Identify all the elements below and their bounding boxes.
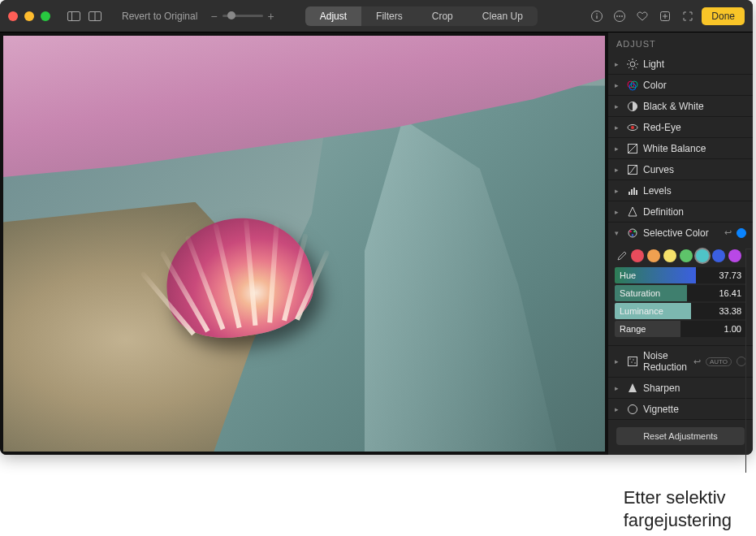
caption: Etter selektiv fargejustering: [624, 486, 732, 531]
color-swatch[interactable]: [647, 249, 660, 262]
chevron-right-icon: ▸: [615, 405, 621, 413]
curves-icon: [626, 163, 638, 175]
fullscreen-icon[interactable]: [679, 7, 697, 25]
selective-color-panel: Hue 37.73 Saturation 16.41 Luminance 33.…: [608, 243, 753, 346]
redeye-icon: [626, 121, 638, 133]
svg-point-38: [633, 230, 636, 232]
color-swatch[interactable]: [728, 249, 741, 262]
compare-icon[interactable]: [86, 7, 104, 25]
adj-redeye[interactable]: ▸ Red-Eye: [608, 117, 753, 138]
svg-point-41: [629, 358, 630, 359]
svg-line-30: [628, 144, 637, 153]
favorite-icon[interactable]: [633, 7, 651, 25]
color-swatch[interactable]: [663, 249, 676, 262]
adj-sharpen[interactable]: ▸ Sharpen: [608, 378, 753, 399]
more-icon[interactable]: [611, 7, 629, 25]
chevron-right-icon: ▸: [615, 357, 621, 365]
svg-point-8: [616, 15, 618, 17]
color-swatch[interactable]: [712, 249, 725, 262]
svg-point-44: [634, 362, 635, 363]
zoom-window-button[interactable]: [41, 11, 50, 21]
color-swatch[interactable]: [680, 249, 693, 262]
svg-line-21: [629, 67, 629, 67]
chevron-right-icon: ▸: [615, 187, 621, 195]
adj-color[interactable]: ▸ Color: [608, 75, 753, 96]
svg-point-42: [633, 359, 633, 360]
adj-bw[interactable]: ▸ Black & White: [608, 96, 753, 117]
minimize-window-button[interactable]: [24, 11, 34, 21]
info-icon[interactable]: [588, 7, 606, 25]
color-swatch[interactable]: [696, 249, 709, 262]
chevron-right-icon: ▸: [615, 60, 621, 68]
done-button[interactable]: Done: [702, 7, 745, 25]
svg-line-19: [629, 60, 629, 61]
adj-light[interactable]: ▸ Light: [608, 54, 753, 75]
selective-color-icon: [626, 227, 638, 239]
revert-button[interactable]: Revert to Original: [115, 7, 204, 25]
definition-icon: [626, 205, 638, 218]
sidebar-header: ADJUST: [608, 32, 753, 54]
adj-definition[interactable]: ▸ Definition: [608, 201, 753, 223]
callout-line: [745, 249, 746, 473]
svg-point-10: [621, 15, 623, 17]
undo-icon[interactable]: ↩: [724, 227, 732, 238]
chevron-right-icon: ▸: [615, 384, 621, 392]
add-icon[interactable]: [656, 7, 674, 25]
auto-badge[interactable]: AUTO: [706, 357, 732, 366]
chevron-right-icon: ▸: [615, 208, 621, 216]
adj-whitebalance[interactable]: ▸ White Balance: [608, 138, 753, 159]
photo-preview: [0, 32, 608, 455]
svg-line-20: [635, 67, 636, 67]
svg-point-45: [628, 404, 637, 413]
svg-point-9: [619, 15, 620, 17]
tab-cleanup[interactable]: Clean Up: [468, 6, 538, 26]
eyedropper-icon[interactable]: [615, 249, 628, 262]
edit-tabs: Adjust Filters Crop Clean Up: [305, 6, 538, 26]
color-icon: [626, 79, 638, 91]
svg-rect-40: [628, 357, 637, 366]
svg-point-14: [630, 62, 635, 67]
hue-slider[interactable]: Hue 37.73: [615, 267, 746, 283]
zoom-in-icon: +: [268, 10, 274, 23]
adj-vignette[interactable]: ▸ Vignette: [608, 399, 753, 420]
adj-selective-color[interactable]: ▾ Selective Color ↩: [608, 223, 753, 243]
photo-canvas[interactable]: [3, 36, 605, 452]
adj-noise-reduction[interactable]: ▸ Noise Reduction ↩ AUTO: [608, 346, 753, 378]
selcolor-enable-toggle[interactable]: [737, 228, 746, 238]
chevron-right-icon: ▸: [615, 123, 621, 132]
close-window-button[interactable]: [8, 11, 18, 21]
tab-crop[interactable]: Crop: [417, 6, 468, 26]
color-swatch[interactable]: [631, 249, 644, 262]
tab-adjust[interactable]: Adjust: [305, 6, 361, 26]
chevron-right-icon: ▸: [615, 166, 621, 174]
sidebar-toggle-icon[interactable]: [65, 7, 83, 25]
zoom-slider[interactable]: − +: [210, 10, 274, 23]
adjust-sidebar: ADJUST ▸ Light ▸ Color ▸ Black & White ▸…: [608, 32, 753, 455]
light-icon: [626, 58, 638, 70]
svg-rect-32: [629, 192, 630, 195]
sharpen-icon: [626, 382, 638, 394]
color-swatch-row: [615, 249, 746, 262]
undo-icon[interactable]: ↩: [693, 357, 701, 367]
svg-rect-33: [631, 189, 633, 195]
svg-rect-0: [68, 11, 80, 20]
zoom-out-icon: −: [210, 10, 217, 23]
tab-filters[interactable]: Filters: [361, 6, 417, 26]
bw-icon: [626, 100, 638, 112]
range-slider[interactable]: Range 1.00: [615, 321, 746, 337]
luminance-slider[interactable]: Luminance 33.38: [615, 303, 746, 319]
titlebar: Revert to Original − + Adjust Filters Cr…: [0, 0, 753, 32]
chevron-right-icon: ▸: [615, 102, 621, 110]
reset-adjustments-button[interactable]: Reset Adjustments: [616, 427, 745, 445]
chevron-right-icon: ▸: [615, 81, 621, 89]
adj-levels[interactable]: ▸ Levels: [608, 180, 753, 201]
saturation-slider[interactable]: Saturation 16.41: [615, 285, 746, 301]
adj-curves[interactable]: ▸ Curves: [608, 159, 753, 180]
svg-point-5: [597, 13, 598, 15]
wb-icon: [626, 142, 638, 154]
svg-point-39: [631, 234, 633, 236]
svg-point-43: [631, 361, 632, 362]
photo-subject-shell: [166, 218, 312, 336]
svg-rect-35: [636, 190, 637, 195]
svg-point-37: [629, 230, 632, 232]
